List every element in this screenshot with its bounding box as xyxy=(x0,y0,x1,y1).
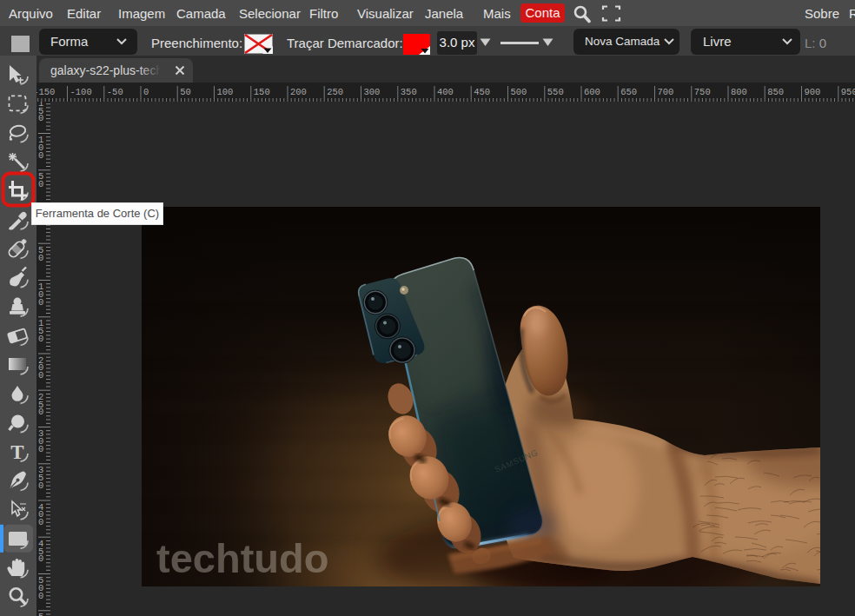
svg-text:0: 0 xyxy=(38,444,43,454)
svg-text:5: 5 xyxy=(38,612,43,616)
svg-text:450: 450 xyxy=(474,87,490,97)
svg-text:0: 0 xyxy=(38,113,43,123)
svg-text:700: 700 xyxy=(658,87,674,97)
svg-text:0: 0 xyxy=(38,297,43,308)
svg-text:300: 300 xyxy=(364,87,381,97)
svg-text:800: 800 xyxy=(731,87,747,97)
svg-text:500: 500 xyxy=(511,87,527,97)
svg-text:0: 0 xyxy=(38,253,43,263)
svg-text:750: 750 xyxy=(694,87,711,97)
svg-text:100: 100 xyxy=(217,87,234,97)
svg-text:0: 0 xyxy=(38,480,43,491)
svg-text:550: 550 xyxy=(547,87,564,97)
svg-text:400: 400 xyxy=(437,87,454,97)
svg-text:50: 50 xyxy=(180,87,191,97)
svg-text:0: 0 xyxy=(38,591,43,601)
svg-text:600: 600 xyxy=(584,87,600,97)
svg-text:T: T xyxy=(10,441,23,463)
svg-text:350: 350 xyxy=(401,87,417,97)
svg-text:250: 250 xyxy=(327,87,343,97)
svg-text:650: 650 xyxy=(620,87,637,97)
svg-text:-150: -150 xyxy=(36,87,55,97)
svg-text:-100: -100 xyxy=(70,87,92,97)
svg-text:0: 0 xyxy=(143,87,149,97)
svg-text:0: 0 xyxy=(38,179,43,189)
svg-text:200: 200 xyxy=(290,87,307,97)
svg-text:-50: -50 xyxy=(107,87,123,97)
svg-text:900: 900 xyxy=(805,87,821,97)
svg-text:0: 0 xyxy=(38,517,43,527)
svg-text:950: 950 xyxy=(841,87,855,97)
svg-text:150: 150 xyxy=(254,87,270,97)
svg-text:0: 0 xyxy=(38,370,43,381)
svg-text:0: 0 xyxy=(38,150,43,161)
svg-text:0: 0 xyxy=(38,407,43,417)
svg-text:0: 0 xyxy=(38,553,43,564)
svg-text:0: 0 xyxy=(38,334,43,344)
svg-text:techtudo: techtudo xyxy=(156,535,328,581)
svg-text:850: 850 xyxy=(767,87,784,97)
